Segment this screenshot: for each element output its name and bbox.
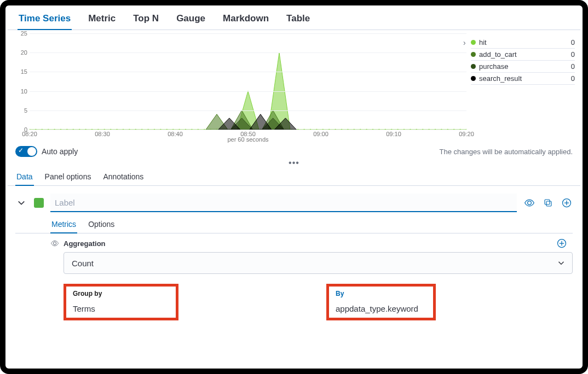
legend-value: 0 bbox=[571, 50, 575, 59]
legend-item[interactable]: add_to_cart0 bbox=[471, 49, 575, 61]
x-tick: 09:00 bbox=[313, 131, 328, 137]
series-color-swatch[interactable] bbox=[34, 198, 44, 208]
inner-tab-metrics[interactable]: Metrics bbox=[50, 218, 77, 233]
legend-item[interactable]: purchase0 bbox=[471, 61, 575, 73]
tab-gauge[interactable]: Gauge bbox=[175, 11, 206, 30]
legend-dot-icon bbox=[471, 52, 476, 57]
visualization-type-tabs: Time Series Metric Top N Gauge Markdown … bbox=[8, 8, 580, 30]
y-tick: 15 bbox=[21, 68, 27, 75]
subtab-data[interactable]: Data bbox=[15, 170, 34, 185]
tab-markdown[interactable]: Markdown bbox=[222, 11, 270, 30]
eye-icon bbox=[524, 197, 535, 208]
auto-apply-toggle[interactable] bbox=[15, 146, 37, 157]
legend-label: search_result bbox=[479, 74, 522, 83]
drag-handle-icon[interactable]: ••• bbox=[8, 157, 580, 170]
legend-value: 0 bbox=[571, 74, 575, 83]
svg-rect-71 bbox=[546, 201, 551, 206]
chevron-down-icon bbox=[18, 199, 25, 207]
subtab-annotations[interactable]: Annotations bbox=[102, 170, 145, 185]
eye-icon bbox=[50, 239, 59, 248]
aggregation-heading: Aggregation bbox=[64, 239, 106, 248]
chevron-down-icon bbox=[552, 309, 559, 315]
tab-time-series[interactable]: Time Series bbox=[18, 11, 72, 30]
legend-label: add_to_cart bbox=[479, 50, 517, 59]
y-tick: 10 bbox=[21, 88, 27, 95]
legend-value: 0 bbox=[571, 62, 575, 71]
plus-circle-icon bbox=[561, 197, 572, 208]
x-tick: 09:10 bbox=[386, 131, 401, 137]
tab-table[interactable]: Table bbox=[285, 11, 311, 30]
toggle-visibility-button[interactable] bbox=[523, 197, 535, 209]
auto-apply-hint: The changes will be automatically applie… bbox=[439, 148, 573, 156]
collapse-series-button[interactable] bbox=[15, 197, 27, 209]
legend-item[interactable]: hit0 bbox=[471, 37, 575, 49]
group-by-select-inner[interactable]: Terms bbox=[68, 301, 178, 314]
aggregation-value: Count bbox=[72, 259, 94, 268]
series-label-input[interactable] bbox=[50, 194, 517, 212]
x-tick: 08:20 bbox=[22, 131, 37, 137]
legend-dot-icon bbox=[471, 40, 476, 45]
plus-circle-icon bbox=[556, 238, 567, 249]
tab-metric[interactable]: Metric bbox=[87, 11, 117, 30]
clone-series-button[interactable] bbox=[542, 197, 554, 209]
tab-top-n[interactable]: Top N bbox=[132, 11, 160, 30]
legend-dot-icon bbox=[471, 64, 476, 69]
legend-label: hit bbox=[479, 38, 487, 46]
by-heading: By bbox=[331, 288, 431, 297]
chart-legend[interactable]: hit0add_to_cart0purchase0search_result0 bbox=[471, 37, 575, 143]
x-tick: 08:30 bbox=[95, 131, 110, 137]
time-series-chart[interactable]: 0510152025 per 60 seconds 08:2008:3008:4… bbox=[13, 33, 466, 143]
y-tick: 20 bbox=[21, 49, 27, 56]
aggregation-visibility-icon[interactable] bbox=[50, 239, 59, 248]
config-tabs: Data Panel options Annotations bbox=[8, 170, 580, 186]
inner-tab-options[interactable]: Options bbox=[87, 218, 116, 233]
legend-item[interactable]: search_result0 bbox=[471, 73, 575, 85]
copy-icon bbox=[543, 198, 553, 208]
legend-dot-icon bbox=[471, 76, 476, 81]
add-series-button[interactable] bbox=[561, 197, 573, 209]
auto-apply-label: Auto apply bbox=[42, 147, 78, 156]
chevron-down-icon bbox=[558, 260, 564, 266]
x-tick: 08:50 bbox=[240, 131, 256, 137]
clear-field-button[interactable]: ✕ bbox=[537, 307, 547, 317]
legend-value: 0 bbox=[571, 38, 575, 46]
svg-rect-72 bbox=[545, 200, 550, 204]
y-tick: 25 bbox=[21, 30, 27, 37]
chevron-down-icon bbox=[290, 309, 296, 315]
y-tick: 5 bbox=[24, 107, 27, 114]
group-by-heading: Group by bbox=[68, 288, 174, 297]
subtab-panel-options[interactable]: Panel options bbox=[44, 170, 93, 185]
x-tick: 08:40 bbox=[168, 131, 183, 137]
legend-label: purchase bbox=[479, 62, 508, 71]
aggregation-select[interactable]: Count bbox=[64, 252, 573, 274]
add-aggregation-button[interactable] bbox=[556, 238, 567, 249]
by-field-select-inner[interactable]: appdata_type.keyword bbox=[331, 301, 431, 314]
